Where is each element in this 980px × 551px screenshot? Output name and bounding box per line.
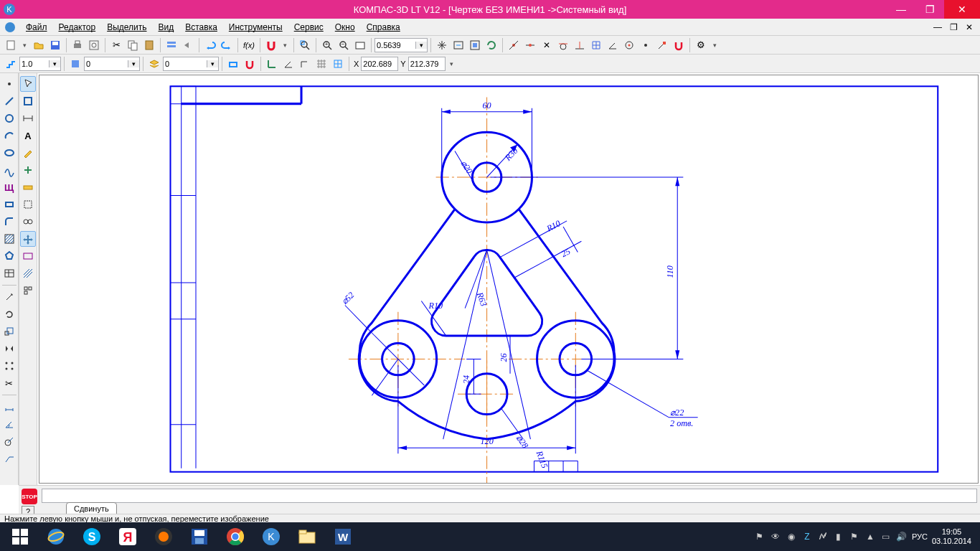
- copy-button[interactable]: [125, 37, 141, 53]
- task-word-icon[interactable]: W: [326, 523, 360, 550]
- zoom-combo[interactable]: ▾: [374, 38, 428, 52]
- coord-y-input[interactable]: [408, 57, 446, 71]
- select-tab-icon[interactable]: [20, 197, 36, 212]
- edit-array-icon[interactable]: [1, 358, 17, 374]
- snap-tangent-icon[interactable]: [555, 37, 571, 53]
- snap-near-icon[interactable]: [506, 37, 522, 53]
- edit-mirror-icon[interactable]: [1, 341, 17, 357]
- menu-help[interactable]: Справка: [361, 20, 406, 34]
- zoom-all-button[interactable]: [467, 37, 483, 53]
- menu-tools[interactable]: Инструменты: [223, 20, 288, 34]
- task-kompas-icon[interactable]: K: [254, 523, 288, 550]
- coord-dd[interactable]: ▾: [446, 56, 457, 72]
- cut-button[interactable]: ✂: [108, 37, 124, 53]
- mdi-close[interactable]: ✕: [961, 22, 977, 32]
- copy-props-button[interactable]: [180, 37, 196, 53]
- layer-input[interactable]: [164, 57, 207, 70]
- snap-normal-icon[interactable]: [572, 37, 588, 53]
- layer-icon[interactable]: [146, 56, 162, 72]
- tray-network-icon[interactable]: ▮: [833, 531, 844, 542]
- menu-insert[interactable]: Вставка: [179, 20, 223, 34]
- snap-opts-icon[interactable]: ⚙: [693, 37, 709, 53]
- measure-tab-icon[interactable]: [20, 179, 36, 195]
- task-explorer-icon[interactable]: [290, 523, 324, 550]
- task-skype-icon[interactable]: S: [75, 523, 109, 550]
- menu-window[interactable]: Окно: [329, 20, 361, 34]
- assoc-view-icon[interactable]: [20, 248, 36, 264]
- geom-tab-icon[interactable]: [20, 93, 36, 109]
- edit-move-icon[interactable]: [1, 289, 17, 305]
- zoom-window-button[interactable]: [297, 37, 313, 53]
- zoom-input[interactable]: [375, 39, 415, 52]
- geom-polygon-icon[interactable]: [1, 248, 17, 264]
- lcs-icon[interactable]: [264, 56, 280, 72]
- tray-action-icon[interactable]: ⚑: [849, 531, 860, 542]
- magnet-button[interactable]: [263, 37, 279, 53]
- drawing-canvas[interactable]: 60 R30 ⌀20 110 R10 25: [39, 75, 979, 484]
- dim-angular-icon[interactable]: [1, 416, 17, 432]
- tray-battery-icon[interactable]: 🗲: [817, 531, 829, 542]
- angle-lock-icon[interactable]: [297, 56, 313, 72]
- hatch-tab-icon[interactable]: [20, 265, 36, 281]
- geom-hatch-icon[interactable]: [1, 231, 17, 247]
- tray-clock[interactable]: 19:05 03.10.2014: [932, 527, 971, 546]
- fx-button[interactable]: f(x): [241, 37, 257, 53]
- geom-spline-icon[interactable]: [1, 162, 17, 178]
- close-button[interactable]: ✕: [944, 0, 980, 19]
- mdi-restore[interactable]: ❐: [946, 22, 961, 32]
- tray-z-icon[interactable]: Z: [801, 531, 813, 542]
- task-ie-icon[interactable]: [39, 523, 73, 550]
- task-chrome-icon[interactable]: [218, 523, 253, 550]
- dim-tab-icon[interactable]: [20, 110, 36, 126]
- start-button[interactable]: [3, 523, 37, 550]
- geom-arc-icon[interactable]: [1, 128, 17, 143]
- magnet-dd[interactable]: ▾: [280, 37, 291, 53]
- step-combo[interactable]: ▾: [19, 57, 61, 71]
- redo-button[interactable]: [219, 37, 235, 53]
- maximize-button[interactable]: ❐: [915, 0, 944, 19]
- snap-point-icon[interactable]: [638, 37, 654, 53]
- coord-x-input[interactable]: [361, 57, 398, 71]
- step-icon[interactable]: [3, 56, 19, 72]
- snap-end-icon[interactable]: [654, 37, 670, 53]
- views-tab-icon[interactable]: [20, 283, 36, 298]
- menu-file[interactable]: Файл: [20, 20, 53, 34]
- style-input[interactable]: [85, 57, 128, 70]
- stop-button[interactable]: STOP: [22, 489, 37, 504]
- assoc-tab-icon[interactable]: [20, 214, 36, 230]
- cursor-icon[interactable]: [20, 76, 36, 92]
- tray-display-icon[interactable]: ▭: [880, 531, 892, 542]
- menu-edit[interactable]: Редактор: [53, 20, 102, 34]
- print-button[interactable]: [70, 37, 85, 53]
- geom-circle-icon[interactable]: [1, 110, 17, 126]
- menu-view[interactable]: Вид: [153, 20, 180, 34]
- zoom-dd[interactable]: ▾: [415, 42, 427, 49]
- tray-lang[interactable]: РУС: [912, 532, 928, 541]
- geom-fillet-icon[interactable]: [1, 214, 17, 230]
- task-yandex-icon[interactable]: Я: [110, 523, 145, 550]
- snap-opts-dd[interactable]: ▾: [710, 37, 720, 53]
- pan-tool-icon[interactable]: [20, 231, 36, 247]
- geom-ellipse-icon[interactable]: [1, 145, 17, 161]
- new-button[interactable]: [3, 37, 19, 53]
- zoom-prev-button[interactable]: [451, 37, 466, 53]
- step-input[interactable]: [20, 57, 49, 70]
- param-tab-icon[interactable]: [20, 162, 36, 178]
- snap-toggle-icon[interactable]: [242, 56, 258, 72]
- edit-rotate-icon[interactable]: [1, 306, 17, 322]
- edit-trim-icon[interactable]: ✂: [1, 375, 17, 391]
- refresh-button[interactable]: [484, 37, 499, 53]
- dim-radial-icon[interactable]: [1, 433, 17, 449]
- zoom-in-button[interactable]: +: [319, 37, 335, 53]
- undo-button[interactable]: [202, 37, 218, 53]
- ortho-icon[interactable]: [225, 56, 241, 72]
- tray-shield-icon[interactable]: ◉: [786, 531, 797, 542]
- layer-combo[interactable]: ▾: [163, 57, 219, 71]
- snap-angle-icon[interactable]: [605, 37, 621, 53]
- properties-button[interactable]: [164, 37, 179, 53]
- leader-icon[interactable]: [1, 451, 17, 466]
- snap-center-icon[interactable]: [621, 37, 637, 53]
- snap-grid-icon[interactable]: [588, 37, 604, 53]
- snap-mid-icon[interactable]: [522, 37, 538, 53]
- geom-point-icon[interactable]: [1, 76, 17, 92]
